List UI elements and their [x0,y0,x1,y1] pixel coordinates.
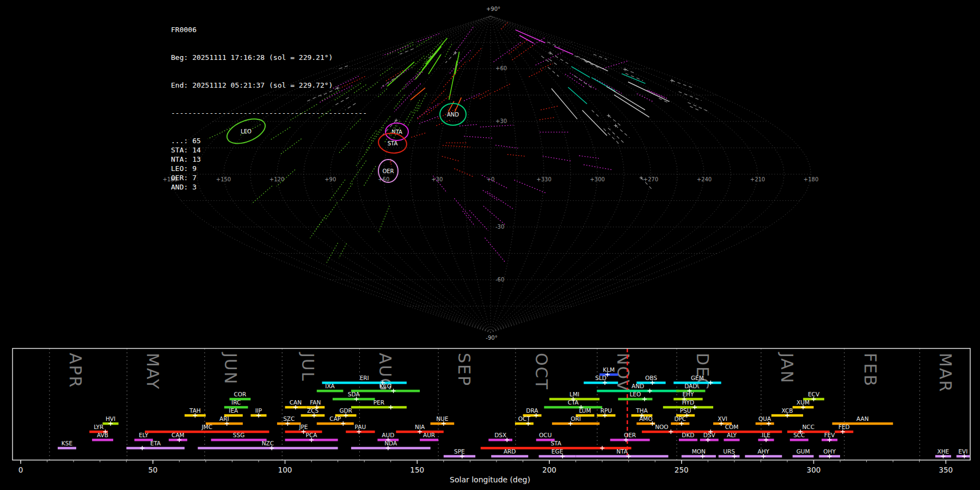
bar-ZCS: ZCS [301,407,325,418]
shower-activity-bars: KLMERISLDOBSGEMIXAKCGANDDADCORSDALMILEOE… [58,366,970,458]
svg-text:ARD: ARD [504,448,516,455]
svg-text:AVB: AVB [97,432,108,438]
svg-text:PAU: PAU [355,424,366,430]
svg-text:KLM: KLM [603,366,615,373]
bar-NOO: NOO [642,424,682,434]
svg-text:AND: AND [447,112,459,118]
svg-text:150: 150 [410,465,424,474]
svg-text:+90°: +90° [486,6,500,12]
svg-text:ZCS: ZCS [307,407,319,414]
svg-text:ARI: ARI [219,415,229,422]
bar-XHE: XHE [935,448,951,458]
svg-text:QUA: QUA [758,415,771,422]
bar-OER: OER [610,432,650,442]
svg-text:MAY: MAY [143,353,162,390]
svg-text:200: 200 [542,465,556,474]
bar-CTA: CTA [544,399,602,409]
bar-LEO: LEO [618,391,652,401]
svg-text:OCU: OCU [539,432,552,438]
svg-text:ILE: ILE [762,432,770,438]
svg-text:URS: URS [723,448,735,455]
bar-FED: FED [835,424,853,434]
station-id: FR0006 [171,25,367,34]
shower-count-list: ...: 65STA: 14NTA: 13LEO: 9OER: 7AND: 3 [171,136,367,192]
bar-RPU: RPU [597,407,615,418]
bar-MON: MON [682,448,716,458]
bar-NUE: NUE [431,415,455,426]
bar-XUM: XUM [793,399,814,409]
bar-AVB: AVB [92,432,113,441]
svg-text:50: 50 [148,465,157,474]
svg-text:HYD: HYD [682,399,694,406]
bar-KCG: KCG [351,383,420,393]
svg-text:EGE: EGE [552,448,563,455]
bar-SPE: SPE [444,448,475,458]
svg-text:NIA: NIA [415,424,425,430]
svg-text:+300: +300 [590,176,604,182]
svg-text:STA: STA [388,140,398,146]
bar-NZC: NZC [198,440,338,450]
bar-AMO: AMO [636,415,655,426]
svg-text:FED: FED [838,424,850,430]
svg-text:IXA: IXA [325,383,335,389]
bar-SLD: SLD [584,375,618,385]
svg-text:COR: COR [234,391,247,397]
radiant-STA: STA [377,132,408,155]
svg-text:GDR: GDR [339,407,352,414]
svg-text:JUN: JUN [221,352,240,385]
svg-text:+0: +0 [487,176,495,182]
svg-text:PER: PER [373,399,384,406]
bar-EGE: EGE [539,448,576,458]
bar-OHY: OHY [819,448,840,458]
bar-CAM: CAM [169,432,187,442]
svg-text:PCA: PCA [306,432,318,438]
svg-text:OHY: OHY [823,448,836,455]
bar-GEM: GEM [673,375,721,385]
x-axis-title: Solar longitude (deg) [0,475,980,484]
orange-solid [411,88,461,112]
svg-text:EHY: EHY [682,391,694,397]
count-...: ...: 65 [171,136,367,145]
svg-text:MAR: MAR [936,353,955,393]
bar-AUR: AUR [420,432,438,441]
svg-text:-60: -60 [495,277,504,283]
bar-SDA: SDA [333,391,375,401]
svg-text:JUL: JUL [298,352,317,382]
svg-text:FAN: FAN [310,399,321,406]
bar-EVI: EVI [957,448,970,458]
svg-text:ORI: ORI [571,415,581,422]
svg-text:NTA: NTA [616,448,628,455]
svg-text:+30: +30 [495,118,507,124]
svg-text:OCT: OCT [532,353,551,390]
svg-text:CAN: CAN [290,399,302,406]
svg-text:+270: +270 [644,176,658,182]
svg-text:OCT: OCT [518,415,531,422]
count-LEO: LEO: 9 [171,164,367,173]
bar-ALY: ALY [724,432,739,441]
svg-text:GUM: GUM [797,448,810,455]
map-header: FR0006 Beg: 20251111 17:16:28 (sol = 229… [171,7,367,210]
svg-text:KSE: KSE [62,440,72,446]
svg-text:XUM: XUM [797,399,810,406]
svg-text:LUM: LUM [579,407,591,414]
svg-text:OER: OER [382,168,394,174]
bar-PER: PER [351,399,407,409]
svg-text:NDA: NDA [384,440,397,446]
svg-text:SLD: SLD [595,375,607,381]
bar-SSG: SSG [211,432,267,441]
bar-DKD: DKD [679,432,697,441]
svg-text:APR: APR [66,353,85,388]
svg-text:AAN: AAN [856,415,869,422]
svg-text:DSX: DSX [494,432,506,438]
svg-text:250: 250 [675,465,689,474]
meteor-station-summary-plot: +180+150+120+90+60+30+0+330+300+270+240+… [0,0,980,490]
svg-text:+240: +240 [697,176,712,182]
svg-text:LYR: LYR [94,424,103,430]
svg-text:NCC: NCC [803,424,815,430]
svg-text:IRC: IRC [231,399,241,406]
bar-PAU: PAU [346,424,375,434]
svg-text:ETA: ETA [150,440,161,446]
bar-OCT: OCT [515,415,534,426]
svg-text:COM: COM [725,424,739,430]
magenta-right-fan [565,73,667,101]
